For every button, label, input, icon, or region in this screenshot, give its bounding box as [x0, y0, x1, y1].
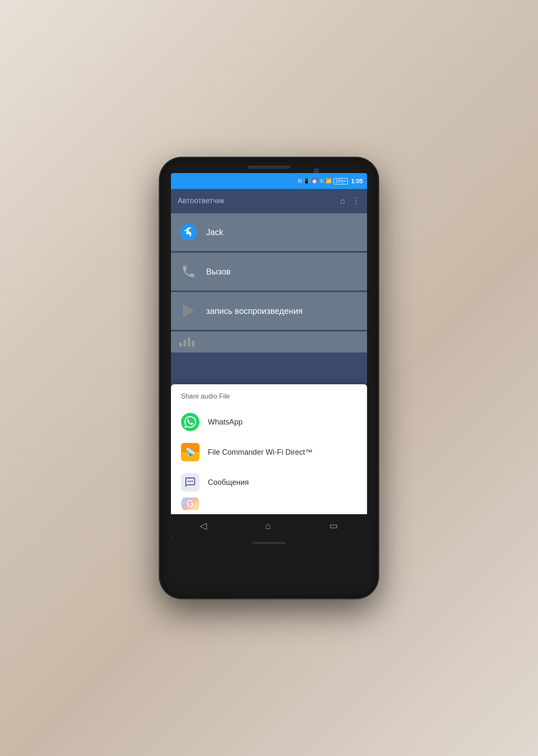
list-item-partial [171, 331, 367, 352]
phone-screen: N 📳 ⏰ ① 📶 15%+ 1:05 Автоответчик ⌂ ⋮ [171, 173, 367, 538]
status-bar: N 📳 ⏰ ① 📶 15%+ 1:05 [171, 173, 367, 189]
filecommander-icon: 📡 [181, 443, 199, 461]
home-button[interactable]: ⌂ [257, 517, 279, 535]
playback-label: запись воспроизведения [206, 306, 303, 316]
share-panel: Share audio File WhatsApp 📡 File Co [171, 384, 367, 514]
share-item-filecommander[interactable]: 📡 File Commander Wi-Fi Direct™ [171, 437, 367, 467]
share-item-messages[interactable]: Сообщения [171, 467, 367, 497]
navigation-bar: ◁ ⌂ ▭ [171, 514, 367, 538]
list-item-call[interactable]: Вызов [171, 253, 367, 290]
nfc-icon: N [298, 178, 302, 184]
svg-point-2 [189, 481, 191, 482]
phone-incoming-icon [179, 223, 198, 241]
wifi-icon: 📡 [185, 447, 196, 457]
home-icon[interactable]: ⌂ [340, 196, 345, 206]
messages-label: Сообщения [208, 478, 249, 487]
phone-bottom-bar [252, 542, 286, 544]
main-content: Jack Вызов запись воспроизведения [171, 212, 367, 514]
bars-icon [179, 337, 194, 347]
list-item-jack[interactable]: Jack [171, 213, 367, 251]
app-toolbar: Автоответчик ⌂ ⋮ [171, 189, 367, 212]
whatsapp-label: WhatsApp [208, 418, 243, 427]
signal-icon: 📶 [326, 178, 332, 184]
whatsapp-icon [181, 413, 199, 431]
alarm-icon: ⏰ [311, 178, 318, 184]
list-item-playback[interactable]: запись воспроизведения [171, 292, 367, 330]
messages-icon [181, 473, 199, 492]
share-item-google[interactable]: G [171, 497, 367, 510]
filecommander-label: File Commander Wi-Fi Direct™ [208, 448, 313, 457]
call-label: Вызов [206, 267, 230, 277]
battery-indicator: 15%+ [334, 178, 348, 184]
phone-icon [179, 262, 198, 281]
recents-button[interactable]: ▭ [321, 517, 347, 535]
toolbar-actions: ⌂ ⋮ [340, 196, 360, 206]
google-icon: G [181, 497, 199, 510]
time-display: 1:05 [351, 178, 363, 184]
vibrate-icon: 📳 [303, 178, 310, 184]
status-icons: N 📳 ⏰ ① 📶 15%+ 1:05 [298, 178, 363, 184]
svg-point-1 [188, 481, 189, 482]
battery-text: 15% [335, 179, 344, 184]
toolbar-title: Автоответчик [178, 197, 340, 205]
data-icon: ① [319, 178, 324, 184]
phone-device: N 📳 ⏰ ① 📶 15%+ 1:05 Автоответчик ⌂ ⋮ [160, 158, 378, 598]
phone-speaker [248, 166, 290, 169]
jack-label: Jack [206, 228, 223, 237]
back-button[interactable]: ◁ [191, 517, 215, 535]
share-panel-title: Share audio File [171, 393, 367, 407]
share-item-whatsapp[interactable]: WhatsApp [171, 407, 367, 437]
play-icon [179, 302, 198, 320]
svg-point-3 [191, 481, 193, 482]
more-vertical-icon[interactable]: ⋮ [352, 196, 360, 206]
